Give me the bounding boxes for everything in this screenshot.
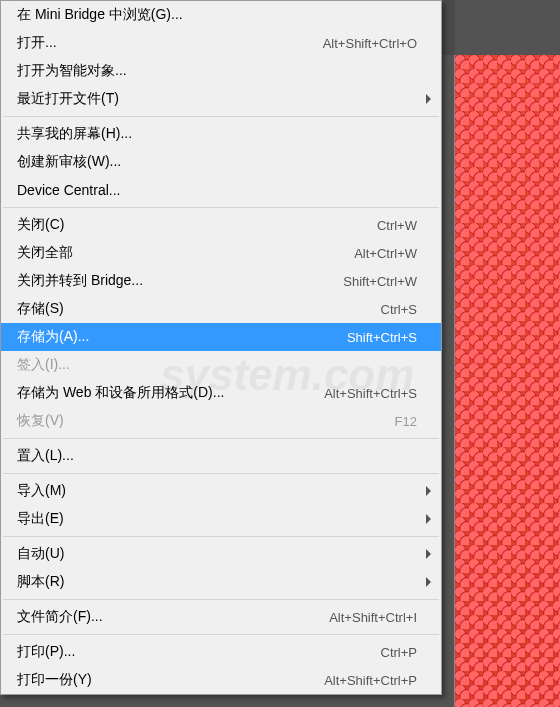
menu-label: 打开... (17, 34, 57, 52)
menu-label: 脚本(R) (17, 573, 64, 591)
shortcut: Ctrl+W (377, 218, 417, 233)
shortcut: Shift+Ctrl+W (343, 274, 417, 289)
menu-item-open-smart[interactable]: 打开为智能对象... (1, 57, 441, 85)
menu-label: 创建新审核(W)... (17, 153, 121, 171)
menu-label: 签入(I)... (17, 356, 70, 374)
menu-item-close[interactable]: 关闭(C)Ctrl+W (1, 211, 441, 239)
shortcut: Alt+Shift+Ctrl+P (324, 673, 417, 688)
shortcut: Alt+Shift+Ctrl+S (324, 386, 417, 401)
menu-label: 恢复(V) (17, 412, 64, 430)
menu-item-place[interactable]: 置入(L)... (1, 442, 441, 470)
menu-label: 最近打开文件(T) (17, 90, 119, 108)
menu-separator (3, 438, 439, 439)
document-canvas (454, 55, 560, 707)
menu-item-new-review[interactable]: 创建新审核(W)... (1, 148, 441, 176)
menu-label: 导入(M) (17, 482, 66, 500)
menu-label: 导出(E) (17, 510, 64, 528)
menu-item-scripts[interactable]: 脚本(R) (1, 568, 441, 596)
menu-label: 置入(L)... (17, 447, 74, 465)
menu-item-save[interactable]: 存储(S)Ctrl+S (1, 295, 441, 323)
menu-item-print[interactable]: 打印(P)...Ctrl+P (1, 638, 441, 666)
menu-label: 打开为智能对象... (17, 62, 127, 80)
menu-separator (3, 634, 439, 635)
menu-item-save-web[interactable]: 存储为 Web 和设备所用格式(D)...Alt+Shift+Ctrl+S (1, 379, 441, 407)
shortcut: Shift+Ctrl+S (347, 330, 417, 345)
menu-item-open[interactable]: 打开...Alt+Shift+Ctrl+O (1, 29, 441, 57)
menu-item-check-in: 签入(I)... (1, 351, 441, 379)
menu-label: 自动(U) (17, 545, 64, 563)
menu-item-share-screen[interactable]: 共享我的屏幕(H)... (1, 120, 441, 148)
menu-label: 关闭(C) (17, 216, 64, 234)
menu-item-revert: 恢复(V)F12 (1, 407, 441, 435)
menu-item-import[interactable]: 导入(M) (1, 477, 441, 505)
menu-label: 打印(P)... (17, 643, 75, 661)
menu-item-close-bridge[interactable]: 关闭并转到 Bridge...Shift+Ctrl+W (1, 267, 441, 295)
menu-label: Device Central... (17, 182, 120, 198)
menu-item-device-central[interactable]: Device Central... (1, 176, 441, 204)
shortcut: Alt+Shift+Ctrl+O (323, 36, 417, 51)
shortcut: Alt+Ctrl+W (354, 246, 417, 261)
menu-label: 文件简介(F)... (17, 608, 103, 626)
shortcut: Ctrl+P (381, 645, 417, 660)
menu-label: 关闭并转到 Bridge... (17, 272, 143, 290)
menu-separator (3, 116, 439, 117)
menu-label: 存储为 Web 和设备所用格式(D)... (17, 384, 224, 402)
menu-separator (3, 207, 439, 208)
shortcut: Alt+Shift+Ctrl+I (329, 610, 417, 625)
menu-item-automate[interactable]: 自动(U) (1, 540, 441, 568)
menu-item-browse-minibridge[interactable]: 在 Mini Bridge 中浏览(G)... (1, 1, 441, 29)
menu-item-close-all[interactable]: 关闭全部Alt+Ctrl+W (1, 239, 441, 267)
menu-separator (3, 473, 439, 474)
menu-item-print-one[interactable]: 打印一份(Y)Alt+Shift+Ctrl+P (1, 666, 441, 694)
menu-separator (3, 536, 439, 537)
shortcut: F12 (395, 414, 417, 429)
file-menu: 在 Mini Bridge 中浏览(G)... 打开...Alt+Shift+C… (0, 0, 442, 695)
menu-label: 打印一份(Y) (17, 671, 92, 689)
menu-label: 存储为(A)... (17, 328, 89, 346)
menu-item-export[interactable]: 导出(E) (1, 505, 441, 533)
menu-item-file-info[interactable]: 文件简介(F)...Alt+Shift+Ctrl+I (1, 603, 441, 631)
menu-label: 关闭全部 (17, 244, 73, 262)
shortcut: Ctrl+S (381, 302, 417, 317)
menu-item-recent[interactable]: 最近打开文件(T) (1, 85, 441, 113)
menu-separator (3, 599, 439, 600)
menu-label: 共享我的屏幕(H)... (17, 125, 132, 143)
menu-item-save-as[interactable]: 存储为(A)...Shift+Ctrl+S (1, 323, 441, 351)
menu-label: 在 Mini Bridge 中浏览(G)... (17, 6, 183, 24)
menu-label: 存储(S) (17, 300, 64, 318)
